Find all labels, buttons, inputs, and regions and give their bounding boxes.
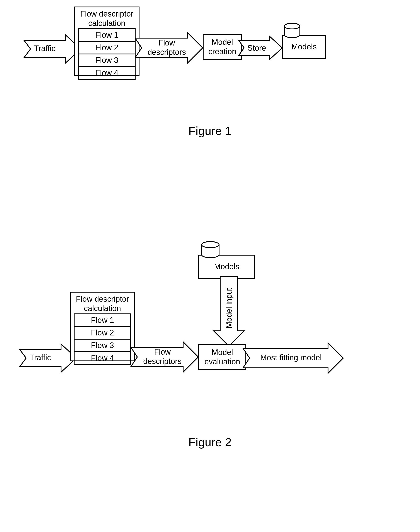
flow4-f1: Flow 4 <box>79 66 135 79</box>
flow-header-l1-f2: Flow descriptor <box>76 294 129 303</box>
flow1-f1: Flow 1 <box>79 29 135 41</box>
flow-desc-label-f1: Flowdescriptors <box>145 38 189 57</box>
flow2-f2: Flow 2 <box>75 326 130 339</box>
flow-desc-label-f2: Flowdescriptors <box>141 347 184 366</box>
flow3-f1: Flow 3 <box>79 54 135 66</box>
traffic-label-f1: Traffic <box>28 44 61 53</box>
flow1-f2: Flow 1 <box>75 314 130 326</box>
flow2-f1: Flow 2 <box>79 41 135 54</box>
flow-header-l1-f1: Flow descriptor <box>80 9 133 18</box>
store-label-f1: Store <box>244 43 270 53</box>
svg-point-6 <box>202 242 219 248</box>
flow-header-l2-f1: calculation <box>88 19 125 28</box>
model-evaluation-box-f2: Model evaluation <box>198 344 246 370</box>
model-creation-box-f1: Model creation <box>203 34 242 60</box>
flow3-f2: Flow 3 <box>75 339 130 351</box>
traffic-label-f2: Traffic <box>24 353 57 362</box>
model-input-label-f2: Model input <box>225 281 234 335</box>
cylinder-icon-f1 <box>283 23 301 41</box>
figure2-caption: Figure 2 <box>0 435 420 449</box>
figure1-caption: Figure 1 <box>0 124 420 138</box>
flow-descriptor-box-f2: Flow descriptor calculation Flow 1 Flow … <box>70 292 135 361</box>
flow4-f2: Flow 4 <box>75 351 130 364</box>
cylinder-icon-f2 <box>200 241 220 262</box>
flow-descriptor-box-f1: Flow descriptor calculation Flow 1 Flow … <box>74 7 139 76</box>
flow-header-l2-f2: calculation <box>84 304 121 313</box>
most-fitting-label-f2: Most fitting model <box>253 353 329 362</box>
svg-point-4 <box>284 23 300 29</box>
